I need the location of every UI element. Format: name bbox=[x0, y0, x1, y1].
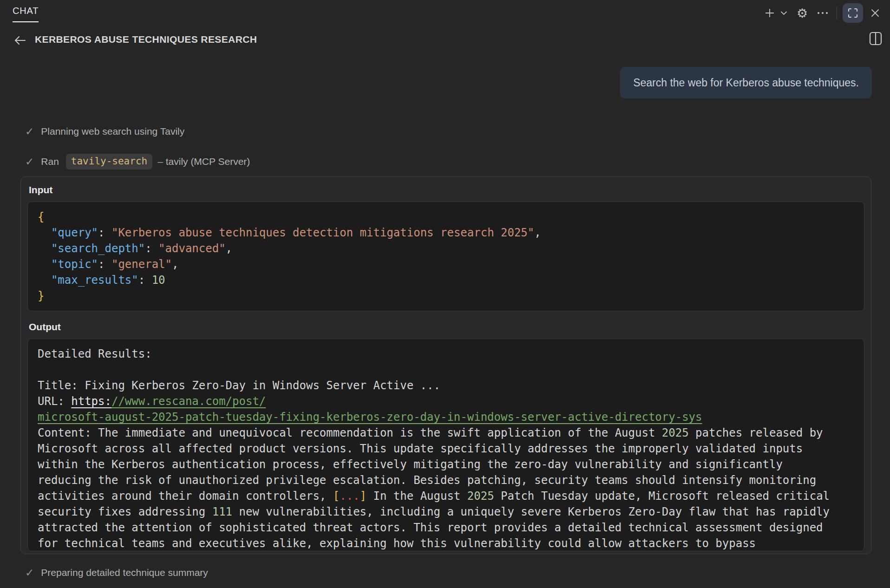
split-panel-icon bbox=[869, 40, 882, 47]
code-line: within the Kerberos authentication proce… bbox=[38, 457, 854, 472]
topbar-actions: ⚙ bbox=[761, 3, 883, 23]
code-token: "advanced" bbox=[158, 242, 226, 255]
step-planning-web-search[interactable]: ✓ Planning web search using Tavily bbox=[25, 126, 184, 137]
code-token bbox=[38, 274, 51, 287]
code-token: "Kerberos abuse techniques detection mit… bbox=[111, 226, 534, 239]
output-code: Detailed Results: Title: Fixing Kerberos… bbox=[27, 339, 864, 551]
code-token: In the August bbox=[366, 490, 467, 503]
code-token: "general" bbox=[111, 258, 172, 271]
arrow-left-icon bbox=[13, 41, 27, 48]
code-line: security fixes addressing 111 new vulner… bbox=[38, 504, 854, 520]
close-icon bbox=[870, 8, 880, 18]
code-token: security fixes addressing bbox=[38, 505, 212, 518]
code-line: } bbox=[38, 288, 854, 304]
tab-chat[interactable]: CHAT bbox=[13, 5, 39, 22]
code-line: for technical teams and executives alike… bbox=[38, 536, 854, 551]
check-icon: ✓ bbox=[25, 126, 34, 137]
code-line: Detailed Results: bbox=[38, 346, 854, 362]
code-token: for technical teams and executives alike… bbox=[38, 537, 756, 550]
result-url-link[interactable]: microsoft-august-2025-patch-tuesday-fixi… bbox=[38, 411, 702, 424]
code-line: microsoft-august-2025-patch-tuesday-fixi… bbox=[38, 409, 854, 425]
gear-icon: ⚙ bbox=[797, 7, 808, 20]
new-chat-dropdown-button[interactable] bbox=[778, 5, 789, 21]
tab-active-underline bbox=[13, 21, 39, 22]
code-line bbox=[38, 362, 854, 378]
chevron-down-icon bbox=[780, 11, 787, 15]
tool-call-card: Input { "query": "Kerberos abuse techniq… bbox=[20, 176, 871, 554]
check-icon: ✓ bbox=[25, 157, 34, 167]
code-token: : bbox=[98, 226, 111, 239]
ellipsis-icon bbox=[817, 12, 829, 14]
code-token bbox=[38, 258, 51, 271]
code-token: patches released by bbox=[689, 426, 823, 439]
code-token: Title: Fixing Kerberos Zero-Day in Windo… bbox=[38, 379, 440, 392]
code-line: "search_depth": "advanced", bbox=[38, 241, 854, 256]
code-token: "search_depth" bbox=[51, 242, 145, 255]
code-token: 10 bbox=[152, 274, 165, 287]
check-icon: ✓ bbox=[25, 568, 34, 578]
more-options-button[interactable] bbox=[814, 5, 831, 21]
code-token: : bbox=[138, 274, 152, 287]
code-token: within the Kerberos authentication proce… bbox=[38, 458, 783, 471]
code-token: : bbox=[145, 242, 158, 255]
code-line: Content: The immediate and unequivocal r… bbox=[38, 425, 854, 441]
result-url-link[interactable]: https: bbox=[71, 395, 111, 408]
step-run-prefix: Ran bbox=[41, 156, 59, 167]
code-token: "topic" bbox=[51, 258, 98, 271]
step-label: Planning web search using Tavily bbox=[41, 126, 184, 137]
input-section-label: Input bbox=[29, 184, 864, 196]
code-token: "query" bbox=[51, 226, 98, 239]
code-token: , bbox=[226, 242, 232, 255]
code-token: Microsoft across all affected product ve… bbox=[38, 442, 803, 455]
thread-header: KERBEROS ABUSE TECHNIQUES RESEARCH bbox=[0, 30, 890, 50]
code-line: attracted the attention of sophisticated… bbox=[38, 520, 854, 536]
close-panel-button[interactable] bbox=[867, 5, 883, 21]
top-bar: CHAT ⚙ bbox=[0, 0, 890, 27]
code-token: { bbox=[38, 210, 44, 223]
step-label: Preparing detailed technique summary bbox=[41, 567, 208, 578]
code-token: "max_results" bbox=[51, 274, 138, 287]
split-panel-toggle-button[interactable] bbox=[868, 31, 883, 48]
code-token bbox=[38, 242, 51, 255]
code-token: new vulnerabilities, including a uniquel… bbox=[232, 505, 830, 518]
step-preparing-summary[interactable]: ✓ Preparing detailed technique summary bbox=[25, 567, 208, 578]
code-token: Patch Tuesday update, Microsoft released… bbox=[494, 490, 830, 503]
code-token: ] bbox=[360, 490, 366, 503]
code-line: URL: https://www.rescana.com/post/ bbox=[38, 393, 854, 409]
new-chat-button[interactable] bbox=[761, 5, 778, 21]
expand-panel-button[interactable] bbox=[843, 3, 863, 23]
code-token: ... bbox=[340, 490, 360, 503]
plus-icon bbox=[764, 7, 775, 19]
code-token: , bbox=[534, 226, 541, 239]
thread-title: KERBEROS ABUSE TECHNIQUES RESEARCH bbox=[35, 34, 257, 45]
code-token: Detailed Results: bbox=[38, 347, 152, 360]
code-token: attracted the attention of sophisticated… bbox=[38, 521, 823, 534]
tab-chat-label: CHAT bbox=[13, 5, 39, 17]
settings-button[interactable]: ⚙ bbox=[794, 5, 811, 21]
code-token: } bbox=[38, 289, 44, 302]
code-token: activities around their domain controlle… bbox=[38, 490, 333, 503]
step-run-suffix: – tavily (MCP Server) bbox=[157, 156, 250, 167]
code-line: Microsoft across all affected product ve… bbox=[38, 441, 854, 457]
result-url-link[interactable]: //www.rescana.com/post/ bbox=[111, 395, 266, 408]
code-token: 111 bbox=[212, 505, 232, 518]
code-token: : bbox=[98, 258, 111, 271]
code-token: 2025 bbox=[467, 490, 494, 503]
code-line: { bbox=[38, 209, 854, 225]
code-token: Content: The immediate and unequivocal r… bbox=[38, 426, 662, 439]
input-code: { "query": "Kerberos abuse techniques de… bbox=[27, 202, 864, 311]
code-token: , bbox=[172, 258, 178, 271]
toolbar-divider bbox=[837, 7, 837, 20]
back-button[interactable] bbox=[11, 33, 29, 50]
code-token: reducing the risk of unauthorized privil… bbox=[38, 474, 816, 487]
step-tool-run[interactable]: ✓ Ran tavily-search – tavily (MCP Server… bbox=[25, 154, 250, 170]
fullscreen-icon bbox=[848, 8, 858, 18]
tool-name-chip: tavily-search bbox=[66, 154, 152, 170]
code-line: Title: Fixing Kerberos Zero-Day in Windo… bbox=[38, 378, 854, 393]
code-line: "topic": "general", bbox=[38, 256, 854, 272]
code-token bbox=[38, 226, 51, 239]
user-message-bubble: Search the web for Kerberos abuse techni… bbox=[620, 67, 872, 98]
code-token: 2025 bbox=[662, 426, 689, 439]
code-line: activities around their domain controlle… bbox=[38, 488, 854, 504]
code-token: [ bbox=[333, 490, 340, 503]
